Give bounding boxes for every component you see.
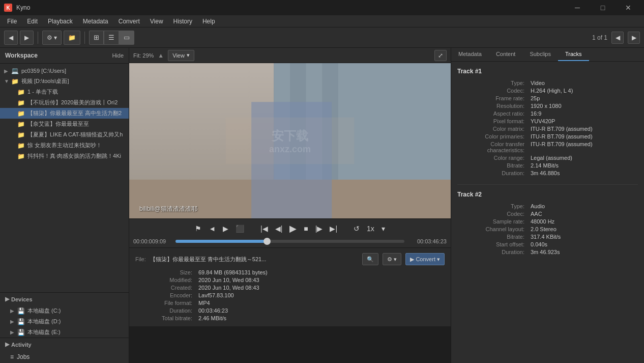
- toolbar-separator-2: [84, 32, 85, 44]
- skip-forward-button[interactable]: ▶|: [328, 224, 339, 234]
- page-info: 1 of 1: [592, 34, 607, 41]
- app-title: Kyno: [16, 4, 30, 11]
- folder-icon: 📁: [17, 131, 25, 138]
- tree-label: pc0359 [C:\Users]: [21, 68, 66, 74]
- file-settings-button[interactable]: ⚙ ▾: [383, 253, 401, 265]
- close-button[interactable]: ✕: [617, 0, 640, 15]
- maximize-button[interactable]: □: [591, 0, 614, 15]
- tree-item-folder6[interactable]: 📁 惊 女朋友养主动过来找架吵！: [0, 140, 129, 151]
- toolbar: ◀ ▶ ⚙ ▾ 📁 ⊞ ☰ ▭ 1 of 1 ◀ ▶: [0, 27, 644, 48]
- devices-header[interactable]: ▶ Devices: [0, 293, 129, 305]
- menu-item-playback[interactable]: Playback: [43, 17, 78, 26]
- menu-item-help[interactable]: Help: [197, 17, 220, 26]
- device-item-本地磁盘-(C:)[interactable]: ▶ 💾 本地磁盘 (C:): [0, 305, 129, 316]
- panel-tab-content[interactable]: Content: [489, 48, 523, 61]
- tree-item-pc0359[interactable]: ▶ 💻 pc0359 [C:\Users]: [0, 66, 129, 76]
- view-dropdown[interactable]: View ▾: [168, 50, 194, 61]
- menu-item-history[interactable]: History: [168, 17, 197, 26]
- jobs-icon: ≡: [10, 353, 14, 360]
- track-divider: [457, 184, 638, 185]
- fullscreen-button[interactable]: ⤢: [434, 50, 447, 61]
- format-label: File format:: [135, 300, 196, 306]
- bitrate-label: Total bitrate:: [135, 315, 196, 321]
- tree-item-video_root[interactable]: ▼ 📁 视频 [D:\tools\桌面]: [0, 76, 129, 87]
- tree-item-folder1[interactable]: 📁 1 - 单击下载: [0, 87, 129, 97]
- reveal-in-finder-button[interactable]: 🔍: [362, 253, 378, 265]
- settings-button[interactable]: ⚙ ▾: [42, 31, 62, 45]
- page-next-button[interactable]: ▶: [628, 32, 640, 44]
- track-title: Track #2: [457, 191, 638, 198]
- panel-tab-tracks[interactable]: Tracks: [558, 48, 589, 61]
- video-overlay-text: bilibili@猫渣渣渣渣耶: [139, 205, 197, 213]
- tree-item-folder2[interactable]: 📁 【不玩后传】2020最美的游戏丨Ori2: [0, 97, 129, 108]
- drive-icon: 💾: [17, 318, 25, 325]
- app-icon: K: [4, 4, 12, 12]
- tree-item-folder5[interactable]: 📁 【夏夏】LIKE A CAT-猫猫怪盗又帅又h: [0, 129, 129, 140]
- speed-button[interactable]: 1x: [365, 224, 376, 234]
- frame-back-button[interactable]: ◀|: [273, 224, 285, 234]
- device-item-本地磁盘-(D:)[interactable]: ▶ 💾 本地磁盘 (D:): [0, 316, 129, 327]
- menu-item-file[interactable]: File: [2, 17, 22, 26]
- fit-label: Fit: 29%: [133, 52, 154, 59]
- trim-button[interactable]: ◄: [207, 224, 218, 234]
- hide-button[interactable]: Hide: [112, 52, 124, 59]
- page-prev-button[interactable]: ◀: [611, 32, 624, 44]
- loop-button[interactable]: ↺: [352, 224, 362, 234]
- menu-item-edit[interactable]: Edit: [22, 17, 43, 26]
- file-info-panel: File: 【猫柒】你最最最至至 青中生活力翻跳～521... 🔍 ⚙ ▾ ▶ …: [129, 247, 451, 326]
- device-label: 本地磁盘 (E:): [27, 328, 61, 336]
- sidebar: Workspace Hide ▶ 💻 pc0359 [C:\Users] ▼ 📁…: [0, 48, 129, 363]
- video-player[interactable]: 安下载 anxz.com bilibili@猫渣渣渣渣耶: [129, 63, 451, 218]
- tree-item-folder4[interactable]: 📁 【奈艾蓝】你最最最至至: [0, 119, 129, 129]
- view-toggle: ⊞ ☰ ▭: [89, 31, 134, 45]
- jobs-item[interactable]: ≡ Jobs: [0, 351, 129, 363]
- track-value: 48000 Hz: [531, 218, 638, 225]
- panel-tab-metadata[interactable]: Metadata: [451, 48, 489, 61]
- menu-item-view[interactable]: View: [145, 17, 168, 26]
- file-tree: ▶ 💻 pc0359 [C:\Users] ▼ 📁 视频 [D:\tools\桌…: [0, 64, 129, 292]
- svg-rect-7: [226, 118, 355, 164]
- tree-label: 抖抖抖！真·肉感女孩的活力翻跳！4Ki: [27, 152, 121, 160]
- panel-tab-subclips[interactable]: Subclips: [522, 48, 558, 61]
- play-pause-button[interactable]: ▶: [287, 222, 299, 235]
- fit-up-arrow[interactable]: ▲: [158, 52, 164, 59]
- tree-label: 【夏夏】LIKE A CAT-猫猫怪盗又帅又h: [27, 131, 123, 138]
- bitrate-value: 2.46 MBit/s: [198, 315, 445, 321]
- timeline-scrubber[interactable]: [175, 240, 404, 243]
- view-detail-button[interactable]: ▭: [119, 31, 134, 45]
- activity-title: Activity: [11, 342, 32, 348]
- track-key: Start offset:: [457, 241, 529, 247]
- track-row: Channel layout: 2.0 Stereo: [457, 226, 638, 232]
- device-label: 本地磁盘 (C:): [27, 307, 61, 315]
- view-grid-button[interactable]: ⊞: [89, 31, 104, 45]
- track-key: Type:: [457, 80, 529, 86]
- activity-header[interactable]: ▶ Activity: [0, 338, 129, 351]
- play-button[interactable]: ▶: [221, 224, 230, 234]
- file-details: Size: 69.84 MB (69843131 bytes) Modified…: [135, 269, 445, 321]
- tree-item-folder3[interactable]: 📁 【猫柒】你最最最至至 高中生活力翻2: [0, 108, 129, 119]
- track-row: Type: Video: [457, 80, 638, 86]
- menu-item-convert[interactable]: Convert: [113, 17, 145, 26]
- folder-icon: 📁: [17, 121, 25, 128]
- speed-dropdown[interactable]: ▾: [379, 224, 387, 234]
- convert-button[interactable]: ▶ Convert ▾: [405, 253, 445, 265]
- track-value: 25p: [531, 95, 638, 101]
- tree-item-folder7[interactable]: 📁 抖抖抖！真·肉感女孩的活力翻跳！4Ki: [0, 151, 129, 161]
- stop-button[interactable]: ■: [302, 224, 310, 234]
- folder-button[interactable]: 📁: [64, 31, 80, 45]
- track-key: Color primaries:: [457, 133, 529, 139]
- minimize-button[interactable]: ─: [566, 0, 589, 15]
- forward-button[interactable]: ▶: [20, 31, 34, 45]
- view-list-button[interactable]: ☰: [104, 31, 119, 45]
- menu-item-metadata[interactable]: Metadata: [78, 17, 113, 26]
- frame-forward-button[interactable]: |▶: [313, 224, 325, 234]
- created-value: 2020 Jun 10, Wed 08:43: [198, 285, 445, 291]
- skip-back-button[interactable]: |◀: [258, 224, 270, 234]
- track-value: 16:9: [531, 110, 638, 117]
- device-label: 本地磁盘 (D:): [27, 318, 61, 325]
- convert-icon: ▶: [410, 256, 414, 263]
- device-item-本地磁盘-(E:)[interactable]: ▶ 💾 本地磁盘 (E:): [0, 327, 129, 338]
- clip-button[interactable]: ⬛: [233, 224, 246, 234]
- mark-in-button[interactable]: ⚑: [193, 224, 203, 234]
- back-button[interactable]: ◀: [4, 31, 18, 45]
